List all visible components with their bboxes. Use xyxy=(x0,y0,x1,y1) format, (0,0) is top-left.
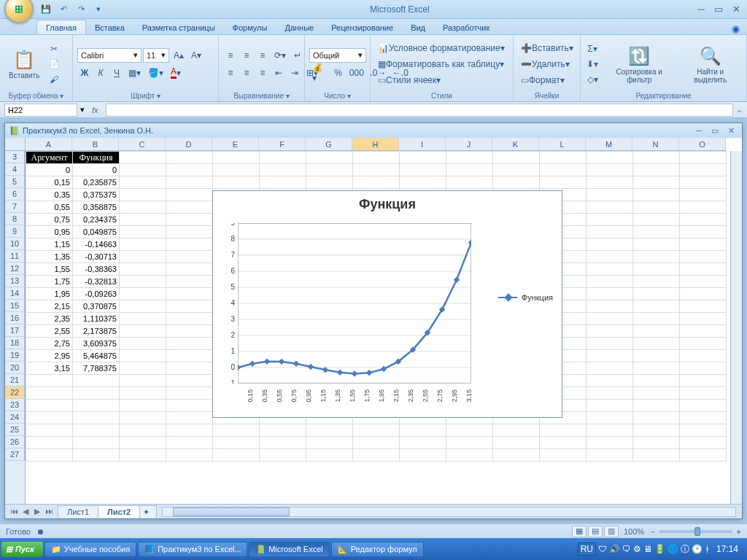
view-normal-icon[interactable]: ▦ xyxy=(572,526,587,537)
grow-font-icon[interactable]: A▴ xyxy=(171,48,187,63)
paste-button[interactable]: 📋Вставить xyxy=(4,40,44,88)
tray-icon[interactable]: 🔊 xyxy=(609,544,620,554)
cond-format-button[interactable]: 📊 Условное форматирование ▾ xyxy=(375,41,508,55)
sheet-nav-next-icon[interactable]: ▶ xyxy=(31,507,43,516)
fillcolor-icon[interactable]: 🪣▾ xyxy=(145,66,166,80)
delete-cells-button[interactable]: ➖ Удалить ▾ xyxy=(518,57,573,71)
align-middle-icon[interactable]: ≡ xyxy=(239,48,254,63)
tab-home[interactable]: Главная xyxy=(36,20,86,34)
format-cells-button[interactable]: ▭ Формат ▾ xyxy=(518,73,568,88)
sheet-nav-last-icon[interactable]: ⏭ xyxy=(43,507,55,516)
tab-view[interactable]: Вид xyxy=(402,20,434,34)
undo-icon[interactable]: ↶ xyxy=(55,1,71,18)
autosum-icon[interactable]: Σ▾ xyxy=(585,42,600,56)
indent-inc-icon[interactable]: ⇥ xyxy=(287,66,302,80)
tab-pagelayout[interactable]: Разметка страницы xyxy=(133,20,224,34)
taskbar-item[interactable]: 📁Учебные пособия xyxy=(44,542,136,557)
zoom-slider[interactable] xyxy=(659,530,732,533)
wrap-icon[interactable]: ↵ xyxy=(290,48,305,63)
fontcolor-icon[interactable]: A▾ xyxy=(168,66,184,80)
view-pagebreak-icon[interactable]: ▥ xyxy=(604,526,619,537)
sheet-nav-prev-icon[interactable]: ◀ xyxy=(20,507,31,516)
fill-icon[interactable]: ⬇▾ xyxy=(585,57,600,71)
minimize-button[interactable]: ─ xyxy=(693,3,709,16)
tray-icon[interactable]: 🌐 xyxy=(667,544,678,554)
zoom-out-icon[interactable]: − xyxy=(650,527,654,536)
tray-icon[interactable]: 🕑 xyxy=(692,544,703,554)
name-box[interactable]: H22 xyxy=(4,104,77,117)
cell-styles-button[interactable]: ▭ Стили ячеек ▾ xyxy=(375,73,444,88)
bold-button[interactable]: Ж xyxy=(77,66,92,80)
insert-cells-button[interactable]: ➕ Вставить ▾ xyxy=(518,41,576,55)
new-sheet-button[interactable]: ✦ xyxy=(139,505,157,518)
taskbar-item[interactable]: 📗Microsoft Excel xyxy=(249,542,330,557)
wb-close-button[interactable]: ✕ xyxy=(724,126,738,136)
tab-formulas[interactable]: Формулы xyxy=(224,20,276,34)
zoom-in-icon[interactable]: + xyxy=(737,527,741,536)
tray-icon[interactable]: ⓘ xyxy=(681,543,689,556)
row-headers[interactable]: 3456789101112131415161718192021222324252… xyxy=(5,151,26,504)
zoom-label[interactable]: 100% xyxy=(624,527,644,536)
currency-icon[interactable]: 💰▾ xyxy=(309,66,330,80)
find-select-button[interactable]: 🔍Найти и выделить xyxy=(678,40,742,88)
number-format-combo[interactable]: Общий▾ xyxy=(309,48,366,63)
fx-icon[interactable]: fx xyxy=(88,106,103,114)
indent-dec-icon[interactable]: ⇤ xyxy=(271,66,286,80)
tab-developer[interactable]: Разработчик xyxy=(434,20,498,34)
font-name-combo[interactable]: Calibri▾ xyxy=(77,48,142,63)
redo-icon[interactable]: ↷ xyxy=(73,1,89,18)
tray-icon[interactable]: 🖥 xyxy=(643,544,652,554)
column-headers[interactable]: ABCDEFGHIJKLMNO xyxy=(26,138,726,151)
format-table-button[interactable]: ▦ Форматировать как таблицу ▾ xyxy=(375,57,507,71)
wb-maximize-button[interactable]: ▭ xyxy=(708,126,721,136)
wb-minimize-button[interactable]: ─ xyxy=(692,126,705,135)
horizontal-scrollbar[interactable] xyxy=(162,507,736,517)
tab-data[interactable]: Данные xyxy=(276,20,322,34)
sheet-nav-first-icon[interactable]: ⏮ xyxy=(8,507,20,516)
tray-icon[interactable]: ᚼ xyxy=(705,544,710,554)
shrink-font-icon[interactable]: A▾ xyxy=(188,48,204,63)
align-bottom-icon[interactable]: ≡ xyxy=(255,48,270,63)
tray-icon[interactable]: 🗨 xyxy=(622,544,631,554)
embedded-chart[interactable]: Функция Функция 00,150,350,550,750,951,1… xyxy=(212,190,562,418)
border-icon[interactable]: ▦▾ xyxy=(125,66,144,80)
system-tray[interactable]: RU 🛡🔊🗨⚙🖥🔋🌐ⓘ🕑ᚼ 17:14 xyxy=(575,542,746,556)
formula-expand-icon[interactable]: ⌄ xyxy=(736,105,743,114)
orientation-icon[interactable]: ⟳▾ xyxy=(271,48,289,63)
maximize-button[interactable]: ▭ xyxy=(711,3,727,16)
cut-icon[interactable]: ✂ xyxy=(47,42,61,56)
percent-icon[interactable]: % xyxy=(331,66,346,80)
taskbar-item[interactable]: 📘Практикум3 по Excel... xyxy=(138,542,247,557)
align-center-icon[interactable]: ≡ xyxy=(239,66,254,80)
copy-icon[interactable]: 📄 xyxy=(47,57,61,71)
align-left-icon[interactable]: ≡ xyxy=(223,66,238,80)
sheet-tab-2[interactable]: Лист2 xyxy=(98,505,140,518)
select-all-corner[interactable] xyxy=(5,138,26,151)
align-top-icon[interactable]: ≡ xyxy=(223,48,238,63)
tray-icon[interactable]: 🛡 xyxy=(598,544,607,554)
sort-filter-button[interactable]: 🔃Сортировка и фильтр xyxy=(603,40,676,88)
language-indicator[interactable]: RU xyxy=(578,542,596,556)
formatpainter-icon[interactable]: 🖌 xyxy=(47,72,61,87)
tab-review[interactable]: Рецензирование xyxy=(322,20,402,34)
underline-button[interactable]: Ч xyxy=(109,66,124,80)
tray-icon[interactable]: 🔋 xyxy=(654,544,665,554)
font-size-combo[interactable]: 11▾ xyxy=(143,48,169,63)
taskbar-item[interactable]: 📐Редактор формул xyxy=(331,542,424,557)
tray-icon[interactable]: ⚙ xyxy=(633,544,641,554)
cells-area[interactable]: АргументФункция000,150,2358750,350,37537… xyxy=(26,151,730,504)
comma-icon[interactable]: 000 xyxy=(347,66,367,80)
help-icon[interactable]: ◉ xyxy=(732,23,740,34)
clock[interactable]: 17:14 xyxy=(712,544,743,554)
align-right-icon[interactable]: ≡ xyxy=(255,66,270,80)
qat-more-icon[interactable]: ▾ xyxy=(90,1,107,18)
tab-insert[interactable]: Вставка xyxy=(86,20,133,34)
formula-input[interactable] xyxy=(106,104,733,117)
save-icon[interactable]: 💾 xyxy=(38,1,54,18)
view-pagelayout-icon[interactable]: ▤ xyxy=(588,526,603,537)
italic-button[interactable]: К xyxy=(93,66,108,80)
namebox-dropdown-icon[interactable]: ▾ xyxy=(80,105,85,114)
start-button[interactable]: ⊞Пуск xyxy=(1,542,43,557)
sheet-tab-1[interactable]: Лист1 xyxy=(58,505,98,518)
close-button[interactable]: ✕ xyxy=(728,3,744,16)
